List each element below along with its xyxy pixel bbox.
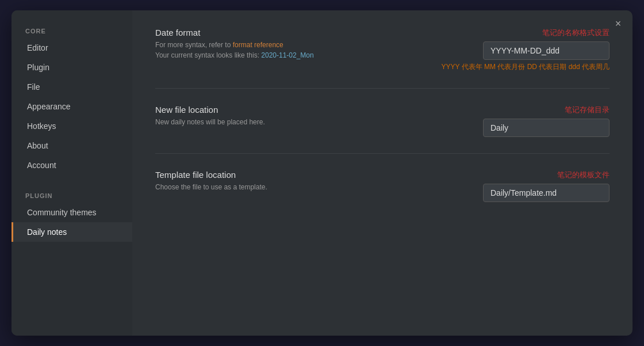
- template-file-location-annotation: 笔记的模板文件: [557, 170, 610, 180]
- core-section-label: CORE: [12, 22, 132, 38]
- sidebar-item-plugin[interactable]: Plugin: [12, 58, 132, 77]
- new-file-location-desc: New daily notes will be placed here.: [155, 117, 362, 127]
- date-format-section: Date format For more syntax, refer to fo…: [155, 28, 610, 89]
- sidebar-item-community-themes[interactable]: Community themes: [12, 203, 132, 222]
- date-format-right: 笔记的名称格式设置 YYYY 代表年 MM 代表月份 DD 代表日期 ddd 代…: [362, 28, 610, 72]
- sidebar-item-daily-notes[interactable]: Daily notes: [12, 222, 132, 242]
- sidebar-item-appearance[interactable]: Appearance: [12, 97, 132, 116]
- date-format-title: Date format: [155, 28, 362, 37]
- date-format-desc: For more syntax, refer to format referen…: [155, 40, 362, 60]
- new-file-location-input[interactable]: [483, 119, 610, 137]
- new-file-location-title: New file location: [155, 105, 362, 115]
- template-file-location-right: 笔记的模板文件: [362, 170, 610, 202]
- date-format-sub-annotation: YYYY 代表年 MM 代表月份 DD 代表日期 ddd 代表周几: [442, 62, 610, 72]
- date-format-left: Date format For more syntax, refer to fo…: [155, 28, 362, 60]
- settings-modal: × CORE Editor Plugin File Appearance Hot…: [12, 10, 632, 336]
- main-content: Date format For more syntax, refer to fo…: [132, 10, 632, 336]
- date-format-input[interactable]: [483, 41, 610, 60]
- template-file-location-title: Template file location: [155, 170, 362, 180]
- template-file-location-input[interactable]: [483, 184, 610, 202]
- template-file-location-section: Template file location Choose the file t…: [155, 170, 610, 218]
- date-format-annotation: 笔记的名称格式设置: [542, 28, 610, 38]
- sidebar-item-file[interactable]: File: [12, 77, 132, 97]
- format-reference-link[interactable]: format reference: [233, 41, 283, 49]
- new-file-location-right: 笔记存储目录: [362, 105, 610, 137]
- template-file-location-left: Template file location Choose the file t…: [155, 170, 362, 192]
- date-format-example: 2020-11-02_Mon: [261, 51, 313, 59]
- new-file-location-left: New file location New daily notes will b…: [155, 105, 362, 127]
- sidebar-item-hotkeys[interactable]: Hotkeys: [12, 116, 132, 136]
- sidebar-item-about[interactable]: About: [12, 136, 132, 155]
- new-file-location-annotation: 笔记存储目录: [565, 105, 610, 115]
- close-button[interactable]: ×: [612, 17, 624, 30]
- sidebar-item-editor[interactable]: Editor: [12, 38, 132, 58]
- template-file-location-desc: Choose the file to use as a template.: [155, 182, 362, 192]
- new-file-location-section: New file location New daily notes will b…: [155, 105, 610, 154]
- sidebar-item-account[interactable]: Account: [12, 155, 132, 175]
- plugin-section-label: PLUGIN: [12, 187, 132, 203]
- sidebar: CORE Editor Plugin File Appearance Hotke…: [12, 10, 132, 336]
